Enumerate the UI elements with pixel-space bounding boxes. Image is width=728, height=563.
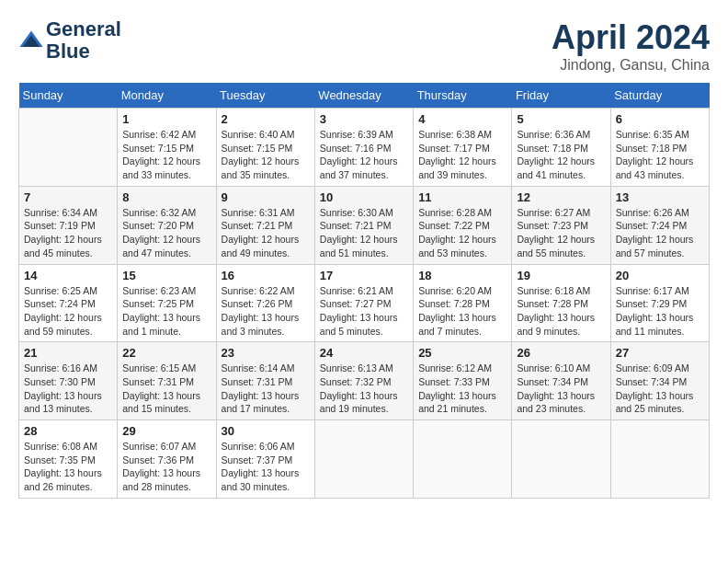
table-row: 27Sunrise: 6:09 AM Sunset: 7:34 PM Dayli… xyxy=(610,342,709,420)
logo: General Blue xyxy=(18,18,121,63)
day-number: 22 xyxy=(122,346,210,360)
day-number: 18 xyxy=(418,269,506,282)
day-info: Sunrise: 6:07 AM Sunset: 7:36 PM Dayligh… xyxy=(122,440,210,494)
table-row: 22Sunrise: 6:15 AM Sunset: 7:31 PM Dayli… xyxy=(118,342,216,420)
day-info: Sunrise: 6:10 AM Sunset: 7:34 PM Dayligh… xyxy=(517,362,605,416)
table-row xyxy=(19,109,118,187)
day-info: Sunrise: 6:13 AM Sunset: 7:32 PM Dayligh… xyxy=(320,362,408,416)
month-title: April 2024 xyxy=(552,18,710,57)
logo-text: General Blue xyxy=(46,18,121,63)
table-row: 28Sunrise: 6:08 AM Sunset: 7:35 PM Dayli… xyxy=(19,420,118,499)
day-info: Sunrise: 6:25 AM Sunset: 7:24 PM Dayligh… xyxy=(24,284,112,339)
day-number: 21 xyxy=(24,346,112,360)
day-number: 3 xyxy=(320,112,408,126)
header-row: Sunday Monday Tuesday Wednesday Thursday… xyxy=(19,83,710,109)
day-info: Sunrise: 6:26 AM Sunset: 7:24 PM Dayligh… xyxy=(616,206,704,260)
col-tuesday: Tuesday xyxy=(216,83,314,109)
day-number: 7 xyxy=(24,190,112,204)
table-row: 14Sunrise: 6:25 AM Sunset: 7:24 PM Dayli… xyxy=(19,264,118,342)
day-number: 5 xyxy=(517,112,605,126)
table-row: 6Sunrise: 6:35 AM Sunset: 7:18 PM Daylig… xyxy=(610,109,709,187)
table-row xyxy=(414,420,512,499)
day-number: 10 xyxy=(320,190,408,204)
table-row: 30Sunrise: 6:06 AM Sunset: 7:37 PM Dayli… xyxy=(216,420,314,499)
calendar-week-3: 14Sunrise: 6:25 AM Sunset: 7:24 PM Dayli… xyxy=(19,264,710,342)
table-row xyxy=(314,420,413,499)
table-row: 5Sunrise: 6:36 AM Sunset: 7:18 PM Daylig… xyxy=(512,109,610,187)
day-info: Sunrise: 6:06 AM Sunset: 7:37 PM Dayligh… xyxy=(222,440,310,494)
day-info: Sunrise: 6:31 AM Sunset: 7:21 PM Dayligh… xyxy=(222,206,310,260)
calendar-week-2: 7Sunrise: 6:34 AM Sunset: 7:19 PM Daylig… xyxy=(19,186,710,264)
col-saturday: Saturday xyxy=(610,83,709,109)
table-row: 2Sunrise: 6:40 AM Sunset: 7:15 PM Daylig… xyxy=(216,109,314,187)
day-info: Sunrise: 6:12 AM Sunset: 7:33 PM Dayligh… xyxy=(418,362,506,416)
day-info: Sunrise: 6:40 AM Sunset: 7:15 PM Dayligh… xyxy=(222,128,310,182)
day-number: 25 xyxy=(418,346,506,360)
table-row: 29Sunrise: 6:07 AM Sunset: 7:36 PM Dayli… xyxy=(118,420,216,499)
day-number: 26 xyxy=(517,346,605,360)
day-info: Sunrise: 6:18 AM Sunset: 7:28 PM Dayligh… xyxy=(517,284,605,339)
day-number: 19 xyxy=(517,269,605,282)
title-block: April 2024 Jindong, Gansu, China xyxy=(552,18,710,74)
day-number: 8 xyxy=(122,190,210,204)
table-row: 1Sunrise: 6:42 AM Sunset: 7:15 PM Daylig… xyxy=(118,109,216,187)
day-info: Sunrise: 6:15 AM Sunset: 7:31 PM Dayligh… xyxy=(122,362,210,416)
day-info: Sunrise: 6:21 AM Sunset: 7:27 PM Dayligh… xyxy=(320,284,408,339)
day-info: Sunrise: 6:17 AM Sunset: 7:29 PM Dayligh… xyxy=(616,284,704,339)
table-row: 25Sunrise: 6:12 AM Sunset: 7:33 PM Dayli… xyxy=(414,342,512,420)
day-number: 14 xyxy=(24,269,112,282)
day-number: 9 xyxy=(222,190,310,204)
day-number: 12 xyxy=(517,190,605,204)
day-info: Sunrise: 6:34 AM Sunset: 7:19 PM Dayligh… xyxy=(24,206,112,260)
table-row: 7Sunrise: 6:34 AM Sunset: 7:19 PM Daylig… xyxy=(19,186,118,264)
table-row: 3Sunrise: 6:39 AM Sunset: 7:16 PM Daylig… xyxy=(314,109,413,187)
day-number: 20 xyxy=(616,269,704,282)
day-number: 23 xyxy=(222,346,310,360)
col-friday: Friday xyxy=(512,83,610,109)
table-row: 15Sunrise: 6:23 AM Sunset: 7:25 PM Dayli… xyxy=(118,264,216,342)
col-wednesday: Wednesday xyxy=(314,83,413,109)
logo-icon xyxy=(18,28,44,53)
col-monday: Monday xyxy=(118,83,216,109)
day-info: Sunrise: 6:36 AM Sunset: 7:18 PM Dayligh… xyxy=(517,128,605,182)
day-info: Sunrise: 6:28 AM Sunset: 7:22 PM Dayligh… xyxy=(418,206,506,260)
day-info: Sunrise: 6:30 AM Sunset: 7:21 PM Dayligh… xyxy=(320,206,408,260)
table-row: 11Sunrise: 6:28 AM Sunset: 7:22 PM Dayli… xyxy=(414,186,512,264)
table-row: 13Sunrise: 6:26 AM Sunset: 7:24 PM Dayli… xyxy=(610,186,709,264)
day-info: Sunrise: 6:38 AM Sunset: 7:17 PM Dayligh… xyxy=(418,128,506,182)
table-row: 23Sunrise: 6:14 AM Sunset: 7:31 PM Dayli… xyxy=(216,342,314,420)
day-number: 6 xyxy=(616,112,704,126)
page-header: General Blue April 2024 Jindong, Gansu, … xyxy=(18,18,710,74)
day-number: 1 xyxy=(122,112,210,126)
table-row: 16Sunrise: 6:22 AM Sunset: 7:26 PM Dayli… xyxy=(216,264,314,342)
col-thursday: Thursday xyxy=(414,83,512,109)
table-row: 20Sunrise: 6:17 AM Sunset: 7:29 PM Dayli… xyxy=(610,264,709,342)
table-row: 18Sunrise: 6:20 AM Sunset: 7:28 PM Dayli… xyxy=(414,264,512,342)
day-info: Sunrise: 6:08 AM Sunset: 7:35 PM Dayligh… xyxy=(24,440,112,494)
table-row: 12Sunrise: 6:27 AM Sunset: 7:23 PM Dayli… xyxy=(512,186,610,264)
day-number: 4 xyxy=(418,112,506,126)
location: Jindong, Gansu, China xyxy=(552,57,710,74)
day-number: 30 xyxy=(222,424,310,438)
calendar-week-1: 1Sunrise: 6:42 AM Sunset: 7:15 PM Daylig… xyxy=(19,109,710,187)
day-number: 28 xyxy=(24,424,112,438)
day-info: Sunrise: 6:35 AM Sunset: 7:18 PM Dayligh… xyxy=(616,128,704,182)
table-row: 4Sunrise: 6:38 AM Sunset: 7:17 PM Daylig… xyxy=(414,109,512,187)
day-number: 11 xyxy=(418,190,506,204)
day-info: Sunrise: 6:14 AM Sunset: 7:31 PM Dayligh… xyxy=(222,362,310,416)
day-info: Sunrise: 6:42 AM Sunset: 7:15 PM Dayligh… xyxy=(122,128,210,182)
day-info: Sunrise: 6:23 AM Sunset: 7:25 PM Dayligh… xyxy=(122,284,210,339)
day-info: Sunrise: 6:39 AM Sunset: 7:16 PM Dayligh… xyxy=(320,128,408,182)
calendar-table: Sunday Monday Tuesday Wednesday Thursday… xyxy=(18,83,710,499)
table-row: 26Sunrise: 6:10 AM Sunset: 7:34 PM Dayli… xyxy=(512,342,610,420)
day-number: 24 xyxy=(320,346,408,360)
day-info: Sunrise: 6:20 AM Sunset: 7:28 PM Dayligh… xyxy=(418,284,506,339)
table-row xyxy=(610,420,709,499)
table-row xyxy=(512,420,610,499)
table-row: 19Sunrise: 6:18 AM Sunset: 7:28 PM Dayli… xyxy=(512,264,610,342)
day-info: Sunrise: 6:27 AM Sunset: 7:23 PM Dayligh… xyxy=(517,206,605,260)
day-info: Sunrise: 6:16 AM Sunset: 7:30 PM Dayligh… xyxy=(24,362,112,416)
day-number: 17 xyxy=(320,269,408,282)
day-number: 16 xyxy=(222,269,310,282)
day-info: Sunrise: 6:32 AM Sunset: 7:20 PM Dayligh… xyxy=(122,206,210,260)
